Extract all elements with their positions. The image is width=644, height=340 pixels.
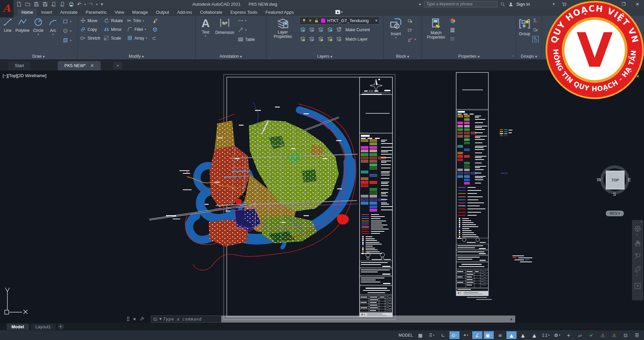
status-polar-tracking[interactable]: ⊙▾ — [449, 331, 460, 339]
layer-color-swatch[interactable] — [321, 18, 326, 23]
panel-label-annotation[interactable]: Annotation ▼ — [196, 54, 266, 59]
ribbon-tab-view[interactable]: View — [111, 9, 128, 16]
show-motion-icon[interactable] — [634, 282, 642, 290]
panel-label-groups[interactable]: Groups ▼ — [516, 54, 542, 59]
command-expand-arrow[interactable]: ▲ — [510, 317, 513, 321]
layer-on-bulb-icon[interactable] — [302, 18, 307, 23]
file-tab-document[interactable]: PK5 NEW*✕ — [58, 61, 101, 70]
make-current-icon[interactable] — [336, 26, 342, 32]
ribbon-tab-add-ins[interactable]: Add-ins — [173, 9, 196, 16]
steering-wheel-icon[interactable] — [634, 225, 642, 233]
command-close-icon[interactable]: ✕ — [133, 317, 136, 322]
ribbon-tab-manage[interactable]: Manage — [128, 9, 152, 16]
status-annotation-scale-icon[interactable]: ▲ — [529, 331, 539, 339]
sign-in-avatar-icon[interactable] — [508, 2, 514, 7]
match-properties-button[interactable]: Match Properties — [424, 17, 448, 40]
copy-tool[interactable]: Copy — [80, 26, 97, 32]
status-object-snap-tracking[interactable]: ∠ — [472, 331, 482, 339]
layer-lock-icon[interactable] — [327, 26, 333, 32]
search-collapse-arrow[interactable]: ▶ — [419, 3, 421, 6]
fillet-tool[interactable]: Fillet▾ — [127, 26, 146, 32]
ribbon-tab-annotate[interactable]: Annotate — [56, 9, 82, 16]
pan-hand-icon[interactable] — [634, 239, 642, 247]
status-annotation-scale[interactable]: 1:1▾ — [541, 331, 551, 339]
rectangle-tool[interactable]: ▾ — [62, 18, 71, 24]
command-history-strip[interactable]: ▲ — [221, 316, 515, 323]
ribbon-tab-express-tools[interactable]: Express Tools — [226, 9, 262, 16]
panel-label-modify[interactable]: Modify ▼ — [77, 54, 195, 59]
layout-tab-model[interactable]: Model — [7, 324, 29, 330]
ungroup-tool[interactable] — [533, 18, 538, 23]
viewcube-west[interactable]: W — [597, 177, 601, 182]
panel-label-layers[interactable]: Layers ▼ — [266, 54, 383, 59]
layer-dropdown[interactable]: ☀ HTKT_GT_Tenduong ▼ — [300, 17, 379, 24]
status-clean-screen[interactable]: ⊡ — [621, 331, 631, 339]
match-layer-button[interactable]: Match Layer — [345, 37, 368, 42]
edit-block-tool[interactable] — [407, 27, 413, 33]
group-edit-tool[interactable] — [533, 27, 538, 33]
layer-on-all-icon[interactable] — [309, 36, 315, 42]
layer-thaw-icon[interactable] — [318, 36, 324, 42]
status-model-space-toggle[interactable]: MODEL — [397, 331, 414, 339]
sign-in-label[interactable]: Sign In — [516, 2, 530, 7]
zoom-extents-icon[interactable] — [634, 252, 642, 260]
viewcube-top-face[interactable]: TOP — [606, 171, 625, 189]
group-button[interactable]: Group — [518, 17, 532, 36]
status-warning-badge-1[interactable]: ⚠ — [598, 331, 608, 339]
panel-label-draw[interactable]: Draw ▼ — [0, 54, 77, 59]
viewcube[interactable]: TOP W E S — [598, 163, 632, 196]
orbit-dropdown-arrow[interactable]: ▾ — [636, 274, 638, 277]
status-customize-plus[interactable]: + — [564, 331, 574, 339]
ellipse-tool[interactable]: ▾ — [62, 28, 71, 34]
mirror-tool[interactable]: Mirror — [104, 26, 121, 32]
navbar-close-icon[interactable]: ✕ — [640, 220, 643, 223]
layer-unlock-icon[interactable] — [314, 18, 319, 23]
viewcube-east[interactable]: E — [628, 177, 631, 182]
command-bar-handle[interactable]: ✕ — [127, 316, 145, 323]
leader-tool[interactable]: ▾ — [238, 27, 247, 33]
status-object-snap[interactable]: ▣▾ — [484, 331, 494, 339]
status-isometric-drafting[interactable]: ⌖▾ — [461, 331, 471, 339]
status-annotation-visibility[interactable]: ▲ — [506, 331, 517, 339]
autocad-app-icon[interactable]: A — [0, 0, 13, 17]
status-lineweight-display[interactable]: ≡ — [495, 331, 505, 339]
group-selection-toggle[interactable] — [532, 36, 539, 42]
properties-expander[interactable]: ⌄ — [512, 54, 514, 57]
ribbon-tab-featured-apps[interactable]: Featured Apps — [261, 9, 298, 16]
status-snap-mode[interactable]: ⠿▾ — [427, 331, 437, 339]
arc-tool[interactable]: Arc▾ — [47, 17, 59, 36]
layer-off-icon[interactable] — [300, 36, 306, 42]
text-tool[interactable]: A Text▾ — [198, 16, 213, 38]
explode-tool[interactable] — [152, 26, 158, 33]
create-block-tool[interactable] — [407, 18, 413, 23]
table-tool[interactable]: Table — [238, 37, 255, 42]
status-graphics-performance[interactable]: ✔ — [586, 331, 596, 339]
match-layer-icon[interactable] — [336, 36, 342, 42]
stretch-tool[interactable]: Stretch — [80, 35, 100, 41]
status-ortho-mode[interactable]: ∟ — [438, 331, 448, 339]
viewcube-south[interactable]: S — [613, 191, 616, 197]
navigation-bar[interactable]: ✕ ▾ ▾ — [632, 220, 643, 300]
layer-freeze-sun-icon[interactable]: ☀ — [308, 18, 312, 23]
new-drawing-tab-button[interactable]: + — [113, 62, 122, 69]
search-input[interactable]: Type a keyword or phrase — [424, 1, 497, 7]
wheel-dropdown-arrow[interactable]: ▾ — [636, 233, 638, 236]
ribbon-tab-collaborate[interactable]: Collaborate — [196, 9, 226, 16]
panel-label-block[interactable]: Block ▼ — [384, 54, 422, 59]
circle-tool[interactable]: Circle▾ — [32, 17, 45, 36]
panel-label-properties[interactable]: Properties ▼ ⌄ — [422, 54, 516, 59]
hatch-tool[interactable]: ▾ — [62, 37, 71, 43]
layer-properties-button[interactable]: Layer Properties — [270, 17, 295, 39]
ribbon-collapse-control[interactable]: ▲▾ — [335, 9, 345, 15]
status-autoscale[interactable]: ▲ — [518, 331, 528, 339]
offset-tool[interactable]: ⊂ — [152, 35, 156, 41]
polyline-tool[interactable]: Polyline — [15, 17, 30, 33]
array-tool[interactable]: Array▾ — [127, 35, 147, 41]
file-tab-start[interactable]: Start — [8, 61, 31, 70]
status-isolate-objects[interactable]: ▱ — [575, 331, 585, 339]
layer-unisolate-icon[interactable] — [309, 26, 315, 32]
search-icon[interactable] — [500, 2, 505, 7]
orbit-icon[interactable] — [634, 265, 642, 273]
status-workspace-switching[interactable]: ⚙▾ — [552, 331, 562, 339]
layer-unlock-all-icon[interactable] — [327, 36, 333, 42]
